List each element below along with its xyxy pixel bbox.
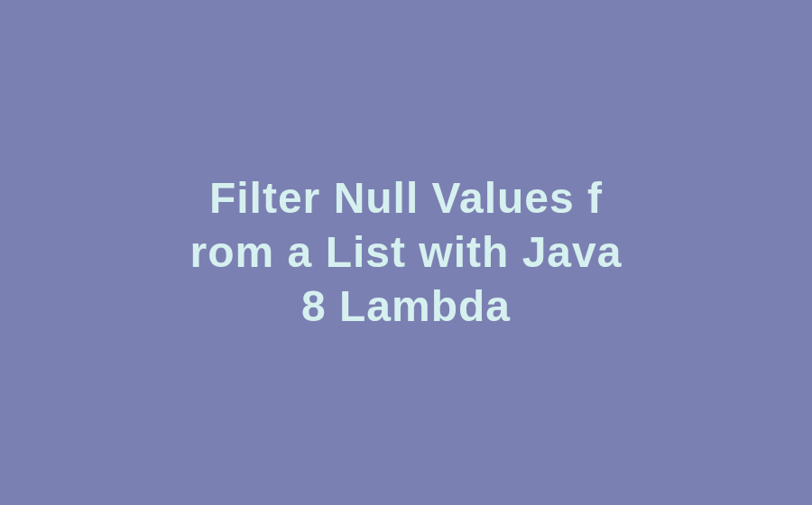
title-line-2: rom a List with Java bbox=[190, 228, 623, 276]
title-line-3: 8 Lambda bbox=[301, 282, 511, 330]
title-line-1: Filter Null Values f bbox=[209, 174, 603, 222]
title-card-text: Filter Null Values f rom a List with Jav… bbox=[190, 171, 623, 334]
